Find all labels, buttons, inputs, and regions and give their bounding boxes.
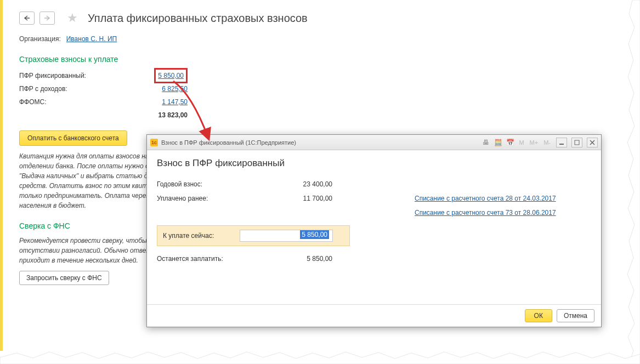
calendar-icon[interactable]: 📅: [506, 138, 514, 147]
annual-contribution-value: 23 400,00: [267, 180, 343, 188]
contrib-value-link[interactable]: 6 825,50: [162, 85, 188, 93]
dialog-heading: Взнос в ПФР фиксированный: [157, 158, 591, 169]
contrib-label: ПФР с доходов:: [19, 82, 140, 95]
contributions-table: ПФР фиксированный: 5 850,00 ПФР с доходо…: [19, 69, 192, 122]
page-title: Уплата фиксированных страховых взносов: [88, 12, 308, 25]
nav-forward-button[interactable]: [39, 12, 55, 25]
arrow-right-icon: [44, 15, 50, 21]
contributions-heading: Страховые взносы к уплате: [19, 55, 624, 64]
app-1c-icon: 1c: [150, 139, 158, 146]
m-minus-indicator: M-: [542, 139, 552, 146]
contrib-label: ФФОМС:: [19, 95, 140, 109]
due-now-row: К уплате сейчас: 5 850,00: [157, 225, 350, 246]
paid-earlier-value: 11 700,00: [267, 195, 343, 202]
table-row-total: 13 823,00: [19, 109, 192, 122]
dialog-window-title: Взнос в ПФР фиксированный (1С:Предприяти…: [161, 139, 296, 146]
favorite-star-icon[interactable]: ★: [67, 11, 78, 25]
due-now-label: К уплате сейчас:: [163, 232, 240, 240]
close-icon: [590, 140, 595, 145]
writeoff-link[interactable]: Списание с расчетного счета 28 от 24.03.…: [415, 195, 556, 202]
remaining-label: Останется заплатить:: [157, 255, 267, 263]
writeoff-link[interactable]: Списание с расчетного счета 73 от 28.06.…: [415, 209, 556, 217]
dialog-titlebar: 1c Взнос в ПФР фиксированный (1С:Предпри…: [147, 135, 601, 150]
cancel-button[interactable]: Отмена: [557, 309, 594, 322]
contribution-detail-dialog: 1c Взнос в ПФР фиксированный (1С:Предпри…: [146, 134, 602, 327]
organization-label: Организация:: [19, 35, 61, 43]
maximize-icon: [574, 140, 580, 145]
svg-rect-1: [575, 140, 579, 145]
svg-rect-0: [559, 144, 564, 145]
m-plus-indicator: M+: [529, 139, 540, 146]
organization-link[interactable]: Иванов С. Н. ИП: [66, 35, 117, 43]
print-icon[interactable]: 🖶: [482, 138, 490, 147]
m-indicator: M: [518, 139, 525, 146]
arrow-left-icon: [24, 15, 30, 21]
pay-from-bank-button[interactable]: Оплатить с банковского счета: [19, 130, 127, 146]
annual-contribution-label: Годовой взнос:: [157, 180, 267, 188]
contrib-value-link[interactable]: 5 850,00: [158, 72, 184, 79]
window-minimize-button[interactable]: [556, 138, 567, 147]
table-row: ФФОМС: 1 147,50: [19, 95, 192, 109]
calculator-icon[interactable]: 🧮: [494, 138, 502, 147]
window-maximize-button[interactable]: [571, 138, 582, 147]
nav-back-button[interactable]: [19, 12, 35, 25]
paid-earlier-label: Уплачено ранее:: [157, 195, 267, 202]
table-row: ПФР фиксированный: 5 850,00: [19, 69, 192, 82]
contrib-total: 13 823,00: [140, 109, 192, 122]
due-now-input[interactable]: 5 850,00: [240, 230, 333, 242]
contrib-value-link[interactable]: 1 147,50: [162, 98, 188, 106]
table-row: ПФР с доходов: 6 825,50: [19, 82, 192, 95]
ok-button[interactable]: ОК: [525, 309, 552, 322]
request-reconcile-button[interactable]: Запросить сверку с ФНС: [19, 271, 109, 285]
remaining-value: 5 850,00: [267, 255, 343, 263]
minimize-icon: [559, 140, 564, 145]
window-close-button[interactable]: [587, 138, 598, 147]
contrib-label: ПФР фиксированный:: [19, 69, 140, 82]
